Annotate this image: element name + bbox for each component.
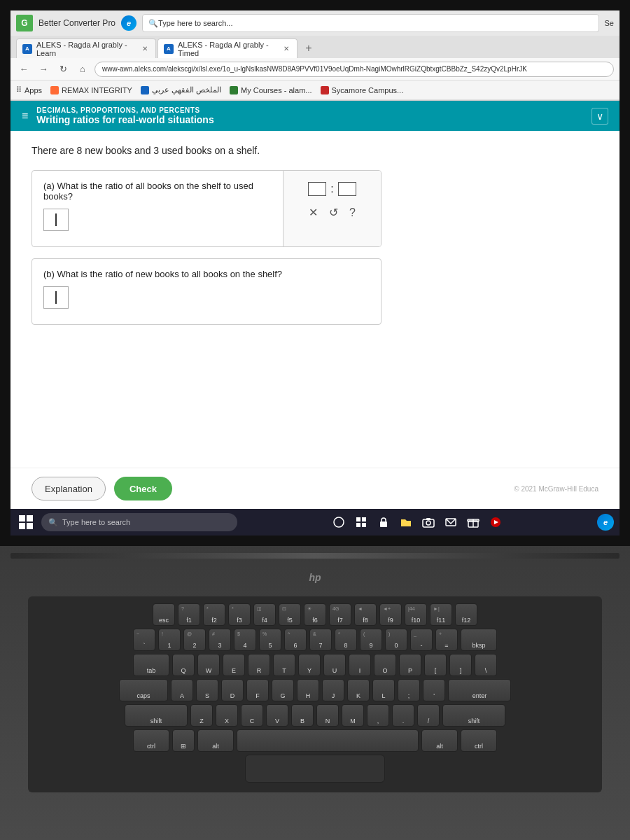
key-a[interactable]: A (171, 679, 193, 701)
url-bar[interactable]: www-awn.aleks.com/alekscgi/x/lsl.exe/1o_… (94, 62, 614, 77)
key-b[interactable]: B (291, 704, 314, 727)
help-ratio-icon[interactable]: ? (349, 206, 356, 219)
key-f3[interactable]: *f3 (228, 603, 251, 626)
key-minus[interactable]: _- (410, 629, 433, 651)
key-tilde[interactable]: ~` (133, 629, 155, 651)
ratio-box-right[interactable] (338, 182, 356, 196)
key-esc[interactable]: esc (153, 603, 175, 626)
main-search-bar[interactable]: 🔍 Type here to search... (142, 14, 598, 32)
key-x[interactable]: X (216, 704, 238, 727)
taskbar-search-bar[interactable]: 🔍 Type here to search (41, 513, 237, 531)
key-g[interactable]: G (272, 679, 294, 701)
key-o[interactable]: O (374, 654, 396, 676)
key-4[interactable]: $4 (234, 629, 256, 651)
key-win[interactable]: ⊞ (172, 729, 195, 752)
key-lbracket[interactable]: [ (424, 654, 447, 676)
key-quote[interactable]: ' (423, 679, 445, 701)
key-d[interactable]: D (221, 679, 244, 701)
bookmark-mycourses[interactable]: My Courses - alam... (230, 86, 312, 94)
key-f2[interactable]: *f2 (203, 603, 225, 626)
taskbar-edge-browser-icon[interactable]: e (597, 514, 614, 531)
key-9[interactable]: (9 (360, 629, 382, 651)
key-rctrl[interactable]: ctrl (461, 729, 497, 752)
taskbar-grid-icon[interactable] (351, 512, 371, 532)
key-space[interactable] (237, 729, 419, 752)
key-f10[interactable]: |44f10 (405, 603, 427, 626)
key-r[interactable]: R (248, 654, 270, 676)
key-period[interactable]: . (392, 704, 414, 727)
key-w[interactable]: W (197, 654, 220, 676)
key-caps[interactable]: caps (119, 679, 168, 701)
key-1[interactable]: !1 (158, 629, 181, 651)
key-enter[interactable]: enter (448, 679, 511, 701)
taskbar-gift-icon[interactable] (463, 512, 483, 532)
key-rshift[interactable]: shift (442, 704, 505, 727)
tab-timed-close-icon[interactable]: ✕ (281, 44, 291, 54)
bookmark-arabic[interactable]: الملخص الفقهي عربي (141, 85, 221, 94)
taskbar-folder-icon[interactable] (396, 512, 416, 532)
bookmark-remax[interactable]: REMAX INTEGRITY (50, 86, 132, 94)
expand-button[interactable]: ∨ (592, 108, 608, 125)
key-l[interactable]: L (372, 679, 395, 701)
key-f5[interactable]: ⊡f5 (279, 603, 301, 626)
key-n[interactable]: N (316, 704, 339, 727)
tab-timed[interactable]: A ALEKS - Ragda Al grably - Timed ✕ (158, 38, 298, 58)
key-i[interactable]: I (349, 654, 371, 676)
key-e[interactable]: E (223, 654, 245, 676)
key-f9[interactable]: ◄+f9 (379, 603, 402, 626)
key-f7[interactable]: 4Gf7 (329, 603, 351, 626)
key-3[interactable]: #3 (209, 629, 231, 651)
key-f6[interactable]: ☀f6 (304, 603, 326, 626)
key-f8[interactable]: ◄f8 (354, 603, 377, 626)
answer-a-input[interactable] (43, 209, 69, 231)
check-button[interactable]: Check (114, 477, 172, 500)
key-u[interactable]: U (323, 654, 346, 676)
key-s[interactable]: S (196, 679, 218, 701)
explanation-button[interactable]: Explanation (31, 477, 106, 500)
key-rbracket[interactable]: ] (449, 654, 472, 676)
key-t[interactable]: T (273, 654, 295, 676)
forward-button[interactable]: → (36, 62, 51, 77)
key-semicolon[interactable]: ; (398, 679, 420, 701)
key-c[interactable]: C (241, 704, 263, 727)
key-2[interactable]: @2 (183, 629, 206, 651)
key-lalt[interactable]: alt (197, 729, 234, 752)
new-tab-button[interactable]: + (299, 38, 318, 58)
key-k[interactable]: K (347, 679, 370, 701)
back-button[interactable]: ← (16, 62, 31, 77)
key-slash[interactable]: / (417, 704, 440, 727)
key-y[interactable]: Y (298, 654, 321, 676)
touchpad[interactable] (245, 755, 385, 783)
key-5[interactable]: %5 (259, 629, 281, 651)
key-f12[interactable]: f12 (455, 603, 477, 626)
tab-learn-close-icon[interactable]: ✕ (140, 44, 150, 54)
key-8[interactable]: *8 (335, 629, 357, 651)
bookmark-apps[interactable]: ⠿ Apps (16, 85, 42, 94)
key-j[interactable]: J (322, 679, 344, 701)
taskbar-camera-icon[interactable] (419, 512, 438, 532)
key-lshift[interactable]: shift (125, 704, 188, 727)
key-0[interactable]: )0 (385, 629, 407, 651)
undo-ratio-icon[interactable]: ↺ (329, 206, 338, 219)
key-f1[interactable]: ?f1 (178, 603, 200, 626)
tab-learn[interactable]: A ALEKS - Ragda Al grably - Learn ✕ (16, 38, 156, 58)
key-z[interactable]: Z (190, 704, 213, 727)
close-ratio-icon[interactable]: ✕ (309, 206, 318, 219)
answer-b-input[interactable] (43, 286, 69, 309)
key-f4[interactable]: ◫f4 (253, 603, 276, 626)
home-button[interactable]: ⌂ (75, 62, 90, 77)
taskbar-mail-icon[interactable] (441, 512, 461, 532)
key-h[interactable]: H (297, 679, 319, 701)
key-m[interactable]: M (342, 704, 364, 727)
key-backspace[interactable]: bksp (461, 629, 497, 651)
key-lctrl[interactable]: ctrl (133, 729, 169, 752)
key-7[interactable]: &7 (309, 629, 332, 651)
bookmark-sycamore[interactable]: Sycamore Campus... (321, 86, 404, 94)
key-f[interactable]: F (246, 679, 269, 701)
taskbar-video-icon[interactable] (486, 512, 505, 532)
refresh-button[interactable]: ↻ (55, 62, 71, 77)
key-comma[interactable]: , (367, 704, 389, 727)
key-p[interactable]: P (399, 654, 421, 676)
key-tab[interactable]: tab (133, 654, 169, 676)
hamburger-menu-icon[interactable]: ≡ (22, 110, 28, 122)
